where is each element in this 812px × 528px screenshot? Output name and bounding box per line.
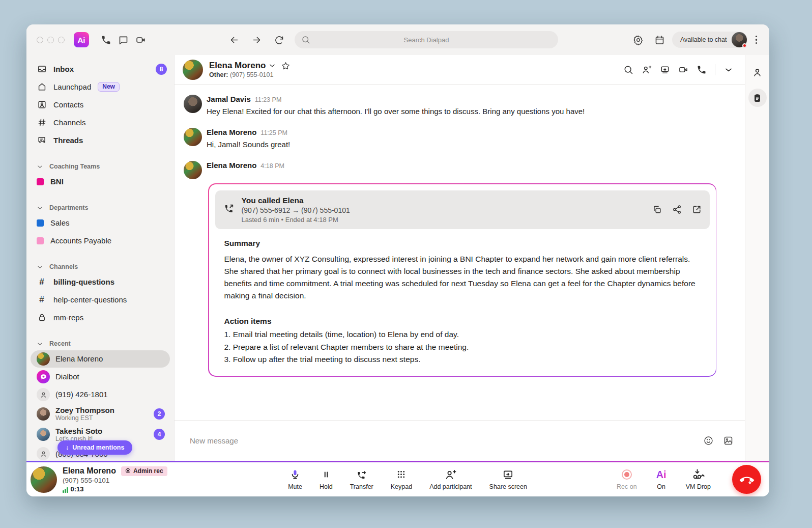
section-recent[interactable]: Recent [26,338,174,350]
section-coaching-teams[interactable]: Coaching Teams [26,160,174,173]
more-actions-chevron-icon[interactable] [720,62,737,78]
sidebar-item-inbox[interactable]: Inbox 8 [26,60,174,78]
overflow-menu-icon[interactable] [751,33,762,47]
new-message-input[interactable] [190,436,694,445]
unread-mentions-button[interactable]: ↓ Unread mentions [57,440,132,455]
share-screen-icon[interactable] [657,62,673,78]
recording-indicator[interactable]: Rec on [617,468,637,490]
forward-icon[interactable] [248,31,265,48]
dialpad-logo: Ai [74,32,89,47]
message-author: Elena Moreno [207,161,256,170]
call-meta: Lasted 6 min • Ended at 4:18 PM [242,216,350,224]
sidebar-item-contacts[interactable]: Contacts [26,96,174,114]
sidebar-item-sales[interactable]: Sales [26,214,174,232]
window-zoom-button[interactable] [58,37,65,43]
call-icon[interactable] [693,62,710,78]
avatar[interactable] [183,60,203,80]
history-nav [225,31,287,48]
ai-logo: Ai [656,469,666,481]
message-author: Jamal Davis [207,95,251,103]
share-screen-button[interactable]: Share screen [489,468,527,490]
sidebar-item-accounts-payable[interactable]: Accounts Payable [26,232,174,249]
sidebar-item-billing-questions[interactable]: # billing-questions [26,273,174,291]
call-timer: 0:13 [71,485,84,493]
person-icon [37,388,50,401]
sidebar-item-mm-reps[interactable]: mm-reps [26,309,174,326]
availability-status-button[interactable]: Available to chat [672,32,747,48]
window-close-button[interactable] [37,37,43,43]
vm-drop-button[interactable]: VM Drop [686,468,711,490]
section-channels[interactable]: Channels [26,261,174,273]
avatar[interactable] [184,95,202,113]
emoji-icon[interactable] [703,435,714,446]
recent-item-zoey-thompson[interactable]: Zoey Thompson Working EST 2 [31,404,170,424]
end-call-button[interactable] [732,465,761,494]
add-person-icon[interactable] [639,62,655,78]
mute-button[interactable]: Mute [288,468,302,490]
sidebar-item-help-center-questions[interactable]: # help-center-questions [26,291,174,309]
sidebar-item-channels[interactable]: Channels [26,114,174,131]
message-text: Hey Elena! Excited for our chat this aft… [207,106,585,117]
recent-item-elena-moreno[interactable]: Elena Moreno [31,350,170,368]
share-screen-icon [502,468,514,481]
sidebar-item-launchpad[interactable]: Launchpad New [26,78,174,96]
window-minimize-button[interactable] [47,37,54,43]
sidebar-item-label: BNI [50,177,64,186]
summary-text: Elena, the owner of XYZ Consulting, expr… [224,253,705,301]
hash-icon [37,118,47,128]
sidebar-item-threads[interactable]: Threads [26,131,174,149]
ai-toggle[interactable]: Ai On [656,468,666,490]
department-color-swatch [37,219,44,227]
user-avatar[interactable] [732,32,747,47]
message-text: Hi, Jamal! Sounds great! [207,139,290,150]
phone-type-label: Other: [209,71,228,78]
video-icon[interactable] [132,31,149,48]
sidebar: Inbox 8 Launchpad New Contacts Channels … [26,55,175,461]
voicemail-drop-icon [691,468,705,481]
conversation-panel: Elena Moreno Other: (907) 555-0101 [175,55,745,461]
avatar[interactable] [184,128,202,146]
chevron-down-icon[interactable] [269,62,276,69]
notes-clipboard-icon[interactable] [748,89,767,107]
message-list[interactable]: Jamal Davis 11:23 PM Hey Elena! Excited … [175,85,745,420]
hash-icon: # [37,295,47,305]
sidebar-item-bni[interactable]: BNI [26,173,174,190]
chevron-down-icon [37,264,43,270]
keypad-icon [396,468,407,481]
contact-name[interactable]: Elena Moreno [209,61,266,71]
add-participant-button[interactable]: Add participant [429,468,472,490]
availability-status-label: Available to chat [680,36,727,43]
settings-gear-icon[interactable] [629,31,647,48]
avatar[interactable] [184,161,202,179]
transfer-button[interactable]: Transfer [350,468,373,490]
copy-icon[interactable] [652,205,662,214]
app-window: Ai [26,24,769,496]
phone-icon[interactable] [97,31,114,48]
window-controls[interactable] [37,37,65,43]
summary-title: Summary [224,237,705,249]
avatar [37,428,50,441]
add-person-icon [445,468,456,481]
hold-button[interactable]: Hold [320,468,333,490]
contact-details-icon[interactable] [748,63,767,81]
open-external-icon[interactable] [692,205,702,214]
call-contact-phone: (907) 555-0101 [63,477,167,484]
search-conversation-icon[interactable] [620,62,636,78]
action-items-title: Action items [224,315,705,327]
recent-item-dialbot[interactable]: Dialbot [31,368,170,385]
search-input[interactable] [295,31,558,48]
calendar-icon[interactable] [651,31,668,48]
reload-icon[interactable] [270,31,287,48]
keypad-button[interactable]: Keypad [391,468,412,490]
call-summary-body: Summary Elena, the owner of XYZ Consulti… [215,229,710,366]
attach-image-icon[interactable] [723,435,734,446]
star-icon[interactable] [281,61,291,71]
call-contact: Elena Moreno Admin rec (907) 555-0101 0:… [31,466,198,493]
recent-item-phone-1[interactable]: (919) 426-1801 [31,386,170,403]
back-icon[interactable] [225,31,243,48]
section-departments[interactable]: Departments [26,202,174,214]
video-call-icon[interactable] [675,62,691,78]
share-icon[interactable] [672,205,682,214]
unread-badge: 4 [154,429,165,440]
chat-icon[interactable] [114,31,132,48]
